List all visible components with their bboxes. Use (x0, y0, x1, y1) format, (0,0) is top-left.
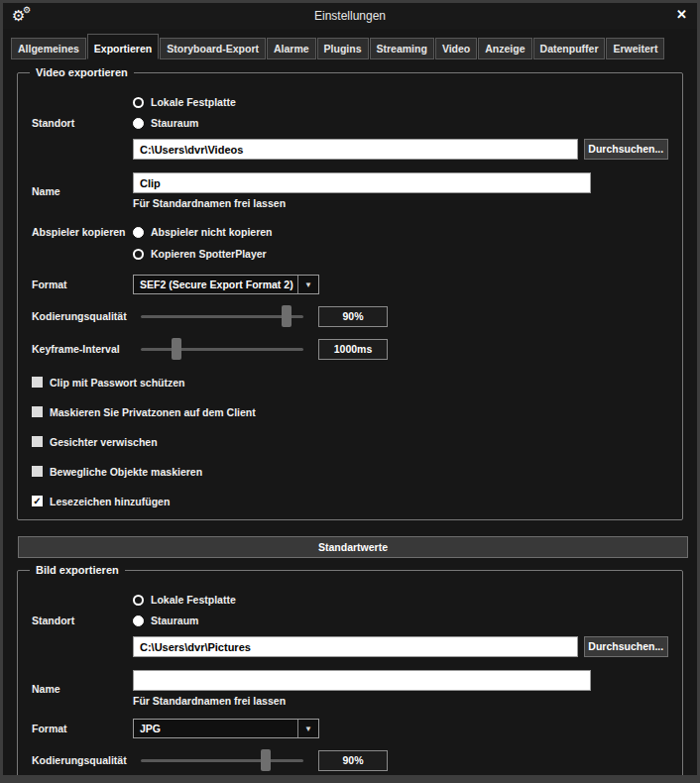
checkbox-label: Maskieren Sie Privatzonen auf dem Client (50, 406, 256, 418)
radio-label: Stauraum (151, 615, 198, 626)
slider-handle[interactable] (282, 305, 292, 327)
video-export-legend: Video exportieren (30, 65, 134, 80)
checkbox-gesichter-verwischen[interactable]: ✓ Gesichter verwischen (32, 433, 668, 450)
dropdown-value: SEF2 (Secure Export Format 2) (134, 276, 297, 293)
video-name-hint: Für Standardnamen frei lassen (133, 197, 591, 209)
video-radio-kopieren-spotterplayer[interactable]: Kopieren SpotterPlayer (133, 245, 273, 263)
tab-anzeige[interactable]: Anzeige (478, 38, 531, 59)
checkbox-lesezeichen[interactable]: ✓ Lesezeichen hinzufügen (32, 493, 668, 509)
tab-video[interactable]: Video (435, 38, 477, 59)
tab-erweitert[interactable]: Erweitert (606, 38, 664, 59)
bild-standort-label: Standort (32, 615, 133, 626)
radio-label: Lokale Festplatte (151, 96, 236, 108)
checkbox-clip-passwort[interactable]: ✓ Clip mit Passwort schützen (32, 374, 668, 391)
bild-path-input[interactable] (133, 636, 578, 657)
checkbox-icon: ✓ (32, 377, 43, 388)
chevron-down-icon: ▼ (304, 280, 312, 289)
video-quality-slider[interactable] (133, 304, 307, 328)
checkbox-privatzonen-maskieren[interactable]: ✓ Maskieren Sie Privatzonen auf dem Clie… (32, 403, 668, 420)
radio-label: Abspieler nicht kopieren (151, 226, 273, 238)
slider-handle[interactable] (261, 749, 271, 771)
radio-label: Lokale Festplatte (151, 594, 236, 606)
video-defaults-button[interactable]: Standartwerte (18, 536, 688, 558)
video-keyframe-slider[interactable] (133, 337, 307, 361)
bild-name-label: Name (32, 683, 133, 695)
bild-name-hint: Für Standardnamen frei lassen (133, 695, 591, 707)
settings-tabbar: Allgemeines Exportieren Storyboard-Expor… (3, 29, 697, 59)
radio-icon (133, 595, 144, 606)
video-name-label: Name (32, 185, 133, 197)
close-icon[interactable]: ✕ (676, 7, 687, 22)
video-quality-value: 90% (318, 306, 388, 327)
video-path-input[interactable] (133, 139, 578, 160)
settings-dialog: ⚙ ⚙ Einstellungen ✕ Allgemeines Exportie… (0, 0, 700, 783)
radio-icon (133, 615, 144, 626)
radio-icon (133, 227, 144, 238)
bild-name-input[interactable] (133, 670, 591, 691)
dropdown-arrow-button[interactable]: ▼ (297, 720, 318, 737)
tab-exportieren[interactable]: Exportieren (87, 34, 159, 59)
checkbox-label: Clip mit Passwort schützen (50, 377, 185, 389)
bild-export-legend: Bild exportieren (30, 563, 125, 578)
video-format-label: Format (32, 279, 133, 290)
video-standort-label: Standort (32, 117, 133, 129)
video-format-dropdown[interactable]: SEF2 (Secure Export Format 2) ▼ (133, 275, 319, 294)
tab-alarme[interactable]: Alarme (267, 38, 316, 59)
slider-track (141, 759, 303, 762)
radio-icon (133, 97, 144, 108)
dialog-title: Einstellungen (3, 9, 697, 23)
title-bar: ⚙ ⚙ Einstellungen ✕ (3, 3, 697, 29)
bild-radio-stauraum[interactable]: Stauraum (133, 612, 198, 629)
tab-plugins[interactable]: Plugins (317, 38, 369, 59)
radio-label: Stauraum (151, 117, 198, 129)
bild-export-group: Bild exportieren Lokale Festplatte Stand… (17, 570, 683, 783)
bild-quality-value: 90% (318, 750, 388, 771)
radio-icon (133, 118, 144, 129)
video-abspieler-label: Abspieler kopieren (32, 223, 133, 241)
bild-quality-slider[interactable] (133, 748, 307, 772)
bild-format-label: Format (32, 723, 133, 734)
checkbox-label: Lesezeichen hinzufügen (50, 496, 170, 507)
video-radio-nicht-kopieren[interactable]: Abspieler nicht kopieren (133, 223, 273, 241)
video-keyframe-label: Keyframe-Interval (32, 343, 133, 355)
tab-datenpuffer[interactable]: Datenpuffer (533, 38, 606, 59)
checkmark-icon: ✓ (33, 496, 41, 506)
radio-icon (133, 249, 144, 260)
checkbox-objekte-maskieren[interactable]: ✓ Bewegliche Objekte maskieren (32, 463, 668, 480)
tab-streaming[interactable]: Streaming (370, 38, 434, 59)
chevron-down-icon: ▼ (304, 725, 312, 733)
tab-storyboard-export[interactable]: Storyboard-Export (160, 38, 266, 59)
checkbox-icon: ✓ (32, 406, 43, 417)
tab-allgemeines[interactable]: Allgemeines (11, 38, 86, 59)
checkbox-icon: ✓ (32, 436, 43, 447)
checkbox-label: Bewegliche Objekte maskieren (50, 466, 202, 478)
video-name-input[interactable] (133, 172, 591, 193)
video-export-group: Video exportieren Lokale Festplatte Stan… (17, 72, 683, 520)
radio-label: Kopieren SpotterPlayer (151, 248, 267, 260)
slider-track (141, 315, 303, 318)
bild-quality-label: Kodierungsqualität (32, 754, 133, 766)
checkbox-icon: ✓ (32, 466, 43, 477)
dropdown-arrow-button[interactable]: ▼ (297, 276, 318, 293)
slider-track (141, 348, 303, 351)
video-quality-label: Kodierungsqualität (32, 310, 133, 322)
bild-radio-lokale-festplatte[interactable]: Lokale Festplatte (133, 591, 236, 609)
slider-handle[interactable] (172, 338, 181, 360)
bild-browse-button[interactable]: Durchsuchen... (584, 636, 668, 657)
dropdown-value: JPG (134, 720, 297, 737)
checkbox-label: Gesichter verwischen (50, 436, 158, 448)
video-radio-lokale-festplatte[interactable]: Lokale Festplatte (133, 93, 236, 111)
video-radio-stauraum[interactable]: Stauraum (133, 114, 198, 132)
bild-format-dropdown[interactable]: JPG ▼ (133, 719, 319, 738)
video-browse-button[interactable]: Durchsuchen... (584, 139, 668, 160)
checkbox-icon: ✓ (32, 496, 43, 506)
video-keyframe-value: 1000ms (318, 339, 388, 360)
